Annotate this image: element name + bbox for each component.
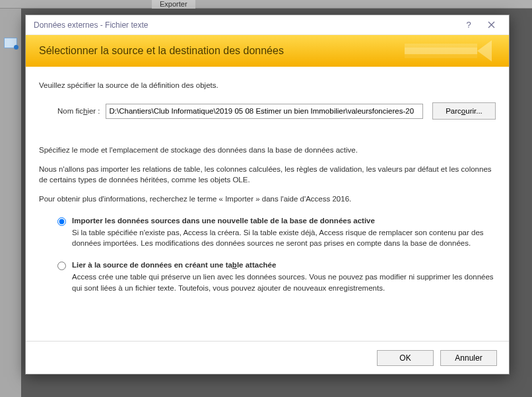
- file-name-label: Nom fichier :: [57, 107, 100, 115]
- import-text-wizard-dialog: Données externes - Fichier texte ? Sélec…: [25, 15, 510, 375]
- close-icon: [488, 21, 495, 28]
- cancel-button[interactable]: Annuler: [440, 350, 497, 366]
- ok-button[interactable]: OK: [377, 350, 434, 366]
- option-link-table[interactable]: Lier à la source de données en créant un…: [57, 261, 496, 293]
- instruction-source: Veuillez spécifier la source de la défin…: [39, 81, 496, 89]
- wizard-content: Veuillez spécifier la source de la défin…: [26, 67, 509, 341]
- radio-link[interactable]: [57, 262, 66, 270]
- help-button[interactable]: ?: [457, 17, 480, 33]
- app-background-topbar: [0, 0, 532, 9]
- instruction-more-info: Pour obtenir plus d'informations, recher…: [39, 194, 496, 205]
- file-name-row: Nom fichier : Parcourir...: [57, 102, 496, 120]
- radio-import[interactable]: [57, 217, 66, 226]
- nav-pane-icon: [4, 38, 17, 48]
- file-name-input[interactable]: [106, 104, 423, 119]
- option-import-title: Importer les données sources dans une no…: [72, 217, 375, 225]
- dialog-footer: OK Annuler: [26, 341, 509, 374]
- wizard-banner-arrow-icon: [405, 39, 497, 63]
- dialog-titlebar: Données externes - Fichier texte ?: [26, 15, 509, 35]
- import-options-group: Importer les données sources dans une no…: [57, 217, 496, 294]
- option-link-title: Lier à la source de données en créant un…: [72, 261, 276, 269]
- option-import-desc: Si la table spécifiée n'existe pas, Acce…: [72, 227, 496, 249]
- instruction-storage: Spécifiez le mode et l'emplacement de st…: [39, 145, 496, 156]
- instruction-limitations: Nous n'allons pas importer les relations…: [39, 164, 496, 186]
- close-button[interactable]: [480, 17, 502, 33]
- option-import-new-table[interactable]: Importer les données sources dans une no…: [57, 217, 496, 249]
- option-link-desc: Access crée une table qui préserve un li…: [72, 271, 496, 293]
- dialog-title: Données externes - Fichier texte: [34, 20, 148, 30]
- ribbon-tab: Exporter: [152, 0, 195, 9]
- wizard-banner: Sélectionner la source et la destination…: [26, 35, 509, 67]
- wizard-banner-title: Sélectionner la source et la destination…: [39, 45, 284, 57]
- app-background-sidebar: [0, 9, 21, 397]
- browse-button[interactable]: Parcourir...: [432, 102, 496, 120]
